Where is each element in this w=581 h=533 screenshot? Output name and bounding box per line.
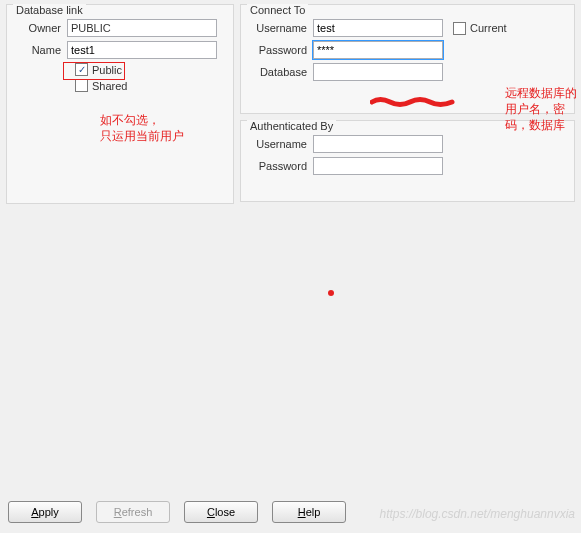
button-bar: Apply Refresh Close Help bbox=[8, 501, 346, 523]
group-title-dblink: Database link bbox=[13, 4, 86, 16]
ct-database-label: Database bbox=[249, 66, 313, 78]
ct-username-input[interactable] bbox=[313, 19, 443, 37]
group-title-auth: Authenticated By bbox=[247, 120, 336, 132]
apply-button[interactable]: Apply bbox=[8, 501, 82, 523]
owner-input bbox=[67, 19, 217, 37]
public-label: Public bbox=[92, 64, 122, 76]
shared-checkbox-row[interactable]: Shared bbox=[75, 79, 225, 92]
ct-password-label: Password bbox=[249, 44, 313, 56]
ct-database-input[interactable] bbox=[313, 63, 443, 81]
database-link-group: Database link Owner Name ✓ Public Shared bbox=[6, 4, 234, 204]
current-label: Current bbox=[470, 22, 507, 34]
name-label: Name bbox=[15, 44, 67, 56]
ct-username-label: Username bbox=[249, 22, 313, 34]
auth-password-label: Password bbox=[249, 160, 313, 172]
auth-username-label: Username bbox=[249, 138, 313, 150]
current-checkbox-row[interactable]: Current bbox=[453, 22, 507, 35]
auth-password-input[interactable] bbox=[313, 157, 443, 175]
shared-label: Shared bbox=[92, 80, 127, 92]
help-button[interactable]: Help bbox=[272, 501, 346, 523]
owner-label: Owner bbox=[15, 22, 67, 34]
auth-username-input[interactable] bbox=[313, 135, 443, 153]
name-input[interactable] bbox=[67, 41, 217, 59]
refresh-button: Refresh bbox=[96, 501, 170, 523]
close-button[interactable]: Close bbox=[184, 501, 258, 523]
watermark: https://blog.csdn.net/menghuannvxia bbox=[380, 507, 575, 521]
annotation-dot bbox=[328, 290, 334, 296]
public-checkbox[interactable]: ✓ bbox=[75, 63, 88, 76]
current-checkbox[interactable] bbox=[453, 22, 466, 35]
annotation-note-2: 远程数据库的 用户名，密 码，数据库 bbox=[505, 85, 577, 133]
shared-checkbox[interactable] bbox=[75, 79, 88, 92]
public-checkbox-row[interactable]: ✓ Public bbox=[75, 63, 225, 76]
group-title-connect: Connect To bbox=[247, 4, 308, 16]
ct-password-input[interactable] bbox=[313, 41, 443, 59]
annotation-note-1: 如不勾选， 只运用当前用户 bbox=[100, 112, 184, 144]
